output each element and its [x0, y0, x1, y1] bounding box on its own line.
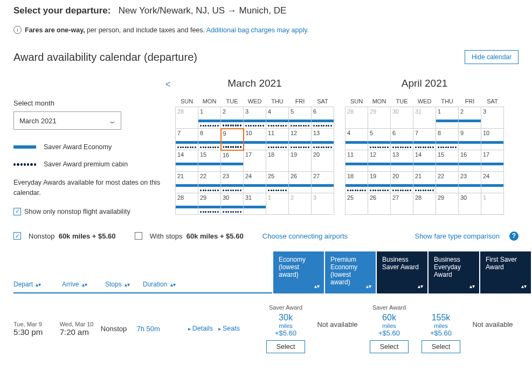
nonstop-filter-checkbox[interactable]: ✓	[13, 232, 21, 240]
calendar-day[interactable]: 11	[346, 150, 368, 172]
calendar-day[interactable]: 20	[312, 150, 334, 172]
hide-calendar-button[interactable]: Hide calendar	[465, 50, 519, 64]
month-select[interactable]: March 2021 ⌄	[13, 111, 121, 130]
calendar-day[interactable]: 5	[368, 129, 391, 150]
fare-comparison-link[interactable]: Show fare type comparison	[414, 232, 500, 240]
calendar-day[interactable]: 14	[413, 150, 436, 172]
calendar-day[interactable]: 8	[436, 129, 459, 150]
calendar-day[interactable]: 1	[198, 107, 221, 129]
calendar-day[interactable]: 7	[413, 129, 436, 150]
calendar-day[interactable]: 19	[289, 150, 312, 172]
calendar-day[interactable]: 31	[413, 107, 436, 129]
calendar-day[interactable]: 25	[266, 172, 289, 193]
calendar-day[interactable]: 25	[346, 193, 368, 215]
help-icon[interactable]: ?	[509, 232, 519, 241]
calendar-day[interactable]: 15	[436, 150, 459, 172]
bag-charges-link[interactable]: Additional bag charges may apply.	[206, 26, 309, 34]
calendar-day[interactable]: 27	[312, 172, 334, 193]
calendar-day[interactable]: 29	[198, 193, 221, 215]
calendar-day[interactable]: 9	[221, 129, 244, 150]
calendar-day[interactable]: 30	[459, 193, 481, 215]
col-depart[interactable]: Depart ▴▾	[13, 281, 62, 288]
calendar-day[interactable]: 5	[289, 107, 312, 129]
calendar-day[interactable]: 1	[266, 193, 289, 215]
calendar-day[interactable]: 3	[244, 107, 266, 129]
details-link[interactable]: Details	[188, 325, 213, 332]
calendar-day[interactable]: 2	[221, 107, 244, 129]
chevron-down-icon: ⌄	[108, 117, 117, 125]
month-title: April 2021	[345, 78, 504, 89]
calendar-day[interactable]: 3	[312, 193, 334, 215]
calendar-day[interactable]: 31	[244, 193, 266, 215]
nonstop-only-checkbox[interactable]: ✓	[13, 208, 21, 215]
calendar-day[interactable]: 21	[176, 172, 198, 193]
seats-link[interactable]: Seats	[218, 325, 240, 332]
calendar-day[interactable]: 4	[346, 129, 368, 150]
calendar-day[interactable]: 1	[436, 107, 459, 129]
calendar-day[interactable]: 4	[266, 107, 289, 129]
calendar-day[interactable]: 28	[346, 107, 368, 129]
saver-prem-dots	[177, 146, 196, 149]
calendar-day[interactable]: 24	[481, 172, 504, 193]
col-duration[interactable]: Duration ▴▾	[143, 281, 272, 288]
calendar-day[interactable]: 1	[481, 193, 504, 215]
fare-column-header[interactable]: Business Everyday Award▴▾	[429, 251, 479, 293]
calendar-day[interactable]: 30	[221, 193, 244, 215]
calendar-day[interactable]: 23	[221, 172, 244, 193]
calendar-day[interactable]: 9	[459, 129, 481, 150]
calendar-day[interactable]: 17	[244, 150, 266, 172]
connecting-airports-link[interactable]: Choose connecting airports	[262, 232, 348, 240]
dow-header: SAT	[481, 96, 504, 107]
fare-column-header[interactable]: First Saver Award▴▾	[480, 251, 531, 293]
calendar-day[interactable]: 16	[459, 150, 481, 172]
fare-column-header[interactable]: Economy (lowest award)▴▾	[273, 251, 324, 293]
calendar-day[interactable]: 18	[346, 172, 368, 193]
calendar-day[interactable]: 2	[289, 193, 312, 215]
calendar-day[interactable]: 26	[368, 193, 391, 215]
calendar-day[interactable]: 27	[391, 193, 413, 215]
calendar-day[interactable]: 8	[198, 129, 221, 150]
calendar-day[interactable]: 22	[198, 172, 221, 193]
calendar-day[interactable]: 28	[413, 193, 436, 215]
calendar-day[interactable]: 2	[459, 107, 481, 129]
calendar-day[interactable]: 23	[459, 172, 481, 193]
calendar-day[interactable]: 11	[266, 129, 289, 150]
sort-icon: ▴▾	[366, 283, 371, 289]
fare-column-header[interactable]: Premium Economy (lowest award)▴▾	[325, 251, 376, 293]
calendar-day[interactable]: 17	[481, 150, 504, 172]
select-fare-button[interactable]: Select	[266, 340, 306, 353]
col-stops[interactable]: Stops ▴▾	[105, 281, 143, 288]
calendar-day[interactable]: 19	[368, 172, 391, 193]
calendar-day[interactable]: 12	[368, 150, 391, 172]
select-fare-button[interactable]: Select	[422, 340, 461, 353]
calendar-day[interactable]: 28	[176, 193, 198, 215]
calendar-day[interactable]: 10	[481, 129, 504, 150]
calendar-day[interactable]: 12	[289, 129, 312, 150]
calendar-day[interactable]: 15	[198, 150, 221, 172]
calendar-day[interactable]: 30	[391, 107, 413, 129]
calendar-day[interactable]: 22	[436, 172, 459, 193]
calendar-day[interactable]: 28	[176, 107, 198, 129]
col-arrive[interactable]: Arrive ▴▾	[62, 281, 105, 288]
calendar-day[interactable]: 14	[176, 150, 198, 172]
calendar-day[interactable]: 13	[391, 150, 413, 172]
stops-filter-checkbox[interactable]	[135, 232, 142, 240]
calendar-day[interactable]: 18	[266, 150, 289, 172]
calendar-day[interactable]: 24	[244, 172, 266, 193]
calendar-day[interactable]: 26	[289, 172, 312, 193]
calendar-day[interactable]: 13	[312, 129, 334, 150]
calendar-day[interactable]: 10	[244, 129, 266, 150]
calendar-day[interactable]: 16	[221, 150, 244, 172]
calendar-day[interactable]: 7	[176, 129, 198, 150]
calendar-day[interactable]: 29	[368, 107, 391, 129]
select-fare-button[interactable]: Select	[370, 340, 409, 353]
calendar-day[interactable]: 6	[391, 129, 413, 150]
calendar-day[interactable]: 3	[481, 107, 504, 129]
calendar-day[interactable]: 21	[413, 172, 436, 193]
fare-column-header[interactable]: Business Saver Award▴▾	[377, 251, 427, 293]
calendar-day[interactable]: 6	[312, 107, 334, 129]
calendar-day[interactable]: 29	[436, 193, 459, 215]
prev-month-arrow[interactable]: <	[165, 80, 170, 89]
calendar-day[interactable]: 20	[391, 172, 413, 193]
miles-amount: 155k	[415, 313, 467, 323]
